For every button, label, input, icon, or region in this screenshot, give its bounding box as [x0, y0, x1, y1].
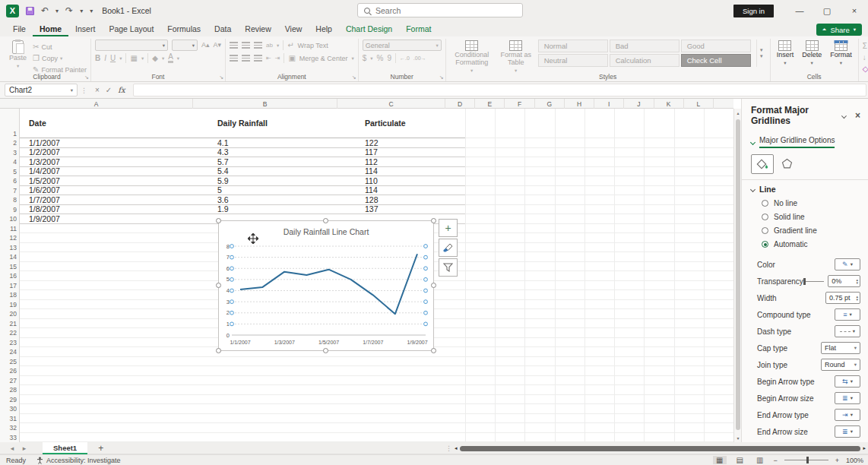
align-bottom-icon[interactable] [254, 42, 262, 49]
cell-A5[interactable]: 1/4/2007 [20, 166, 213, 176]
maximize-button[interactable]: ▢ [813, 0, 841, 21]
zoom-slider-thumb[interactable] [806, 457, 809, 463]
cell-A10[interactable]: 1/9/2007 [20, 214, 213, 223]
row-header-2[interactable]: 2 [0, 138, 17, 148]
cut-button[interactable]: ✂Cut [33, 42, 87, 52]
chart-handle-top[interactable] [323, 218, 328, 223]
number-dialog-launcher-icon[interactable]: ↘ [439, 74, 444, 81]
end-arrow-type-button[interactable]: ⇥▾ [835, 409, 860, 421]
column-header-J[interactable]: J [624, 99, 654, 109]
align-center-icon[interactable] [242, 55, 250, 62]
row-header-6[interactable]: 6 [0, 176, 17, 186]
row-header-1[interactable]: 1 [0, 109, 17, 138]
search-input[interactable] [375, 6, 497, 15]
undo-icon[interactable]: ↶ [41, 6, 49, 15]
row-header-27[interactable]: 27 [0, 376, 17, 386]
insert-function-icon[interactable]: fx [118, 86, 125, 94]
chart-elements-button[interactable]: + [439, 219, 458, 237]
scroll-right-icon[interactable]: ▸ [863, 445, 866, 451]
name-box[interactable]: Chart2 ▾ [5, 84, 78, 96]
font-color-button[interactable]: A [168, 53, 173, 63]
align-right-icon[interactable] [254, 55, 262, 62]
italic-button[interactable]: I [104, 55, 106, 62]
redo-icon[interactable]: ↷ [65, 6, 73, 15]
percent-style-button[interactable]: % [376, 55, 383, 62]
cell-style-bad[interactable]: Bad [610, 40, 680, 52]
orientation-button[interactable]: ab [266, 43, 273, 49]
scroll-left-icon[interactable]: ◂ [455, 445, 458, 451]
gridline-options-chevron-icon[interactable] [750, 139, 756, 144]
enter-icon[interactable]: ✓ [106, 86, 112, 94]
cell-style-normal[interactable]: Normal [538, 40, 608, 52]
cell-style-calculation[interactable]: Calculation [610, 54, 680, 67]
normal-view-button[interactable]: ▦ [713, 456, 726, 464]
row-header-17[interactable]: 17 [0, 281, 17, 291]
sign-in-button[interactable]: Sign in [733, 5, 774, 17]
delete-cells-button[interactable]: Delete▾ [800, 40, 824, 66]
chart-handle-bottom[interactable] [323, 348, 328, 353]
grow-font-button[interactable]: A▴ [201, 42, 210, 49]
row-header-19[interactable]: 19 [0, 300, 17, 310]
row-header-29[interactable]: 29 [0, 395, 17, 405]
customize-qat-icon[interactable]: ▾ [90, 8, 93, 14]
row-header-24[interactable]: 24 [0, 347, 17, 357]
search-box[interactable] [357, 3, 523, 17]
fill-color-button[interactable]: ◆ [152, 55, 158, 62]
ribbon-tab-review[interactable]: Review [238, 22, 277, 36]
ribbon-tab-chart-design[interactable]: Chart Design [339, 22, 399, 36]
cell-B6[interactable]: 5.9 [213, 176, 357, 185]
cell-B4[interactable]: 5.7 [213, 157, 357, 166]
minimize-button[interactable]: — [786, 0, 813, 21]
row-header-3[interactable]: 3 [0, 148, 17, 158]
column-header-A[interactable]: A [0, 99, 193, 109]
number-format-select[interactable]: General ▾ [363, 40, 442, 51]
scroll-down-icon[interactable]: ▾ [734, 435, 741, 441]
conditional-formatting-button[interactable]: Conditional Formatting▾ [450, 40, 494, 74]
sheet-tab-sheet1[interactable]: Sheet1 [43, 442, 87, 454]
decrease-decimal-button[interactable]: .00→ [413, 55, 426, 61]
row-header-14[interactable]: 14 [0, 252, 17, 262]
chart-handle-left[interactable] [216, 283, 221, 288]
chart-handle-bottom-left[interactable] [216, 348, 221, 353]
cell-B7[interactable]: 5 [213, 185, 357, 195]
cell-A2[interactable]: 1/1/2007 [20, 138, 213, 147]
transparency-slider-thumb[interactable] [803, 278, 806, 285]
chart-handle-bottom-right[interactable] [431, 348, 436, 353]
begin-arrow-type-button[interactable]: ⇆▾ [835, 375, 860, 388]
ribbon-tab-home[interactable]: Home [33, 22, 68, 36]
begin-arrow-size-button[interactable]: ≣▾ [835, 392, 860, 404]
formula-input[interactable] [133, 84, 866, 96]
insert-cells-button[interactable]: Insert▾ [775, 40, 797, 66]
cell-style-check-cell[interactable]: Check Cell [681, 54, 751, 67]
row-header-8[interactable]: 8 [0, 195, 17, 205]
cell-C1[interactable]: Particulate [357, 119, 465, 128]
chart[interactable]: Daily Rainfall Line Chart0123456781/1/20… [218, 220, 434, 351]
decrease-indent-icon[interactable]: ⇤ [266, 55, 271, 62]
scroll-up-icon[interactable]: ▴ [734, 110, 741, 115]
ribbon-tab-file[interactable]: File [6, 22, 33, 36]
cell-B2[interactable]: 4.1 [213, 138, 357, 147]
row-header-31[interactable]: 31 [0, 414, 17, 424]
row-header-9[interactable]: 9 [0, 205, 17, 215]
font-dialog-launcher-icon[interactable]: ↘ [219, 74, 223, 81]
row-header-23[interactable]: 23 [0, 338, 17, 348]
zoom-in-button[interactable]: + [835, 457, 839, 464]
format-as-table-button[interactable]: Format as Table▾ [498, 40, 534, 74]
transparency-slider[interactable] [803, 281, 824, 282]
column-header-D[interactable]: D [445, 99, 475, 109]
row-header-11[interactable]: 11 [0, 224, 17, 234]
cell-A1[interactable]: Date [20, 119, 213, 128]
fill-line-tab[interactable] [751, 154, 774, 174]
column-header-I[interactable]: I [594, 99, 624, 109]
compound-type-button[interactable]: ≡▾ [835, 308, 860, 321]
radio-no-line[interactable]: No line [762, 199, 860, 207]
color-picker-button[interactable]: ✎▾ [835, 258, 860, 270]
cell-A7[interactable]: 1/6/2007 [20, 185, 213, 195]
excel-logo-icon[interactable]: X [6, 5, 19, 17]
autosum-button[interactable]: ΣAutoSum▾ [863, 41, 868, 51]
grid[interactable]: ABCDEFGHIJKL 123456789101112131415161718… [0, 99, 741, 442]
join-type-select[interactable]: Round▾ [821, 359, 860, 371]
bold-button[interactable]: B [95, 55, 100, 62]
column-header-C[interactable]: C [337, 99, 445, 109]
accounting-format-button[interactable]: $ [363, 55, 367, 62]
